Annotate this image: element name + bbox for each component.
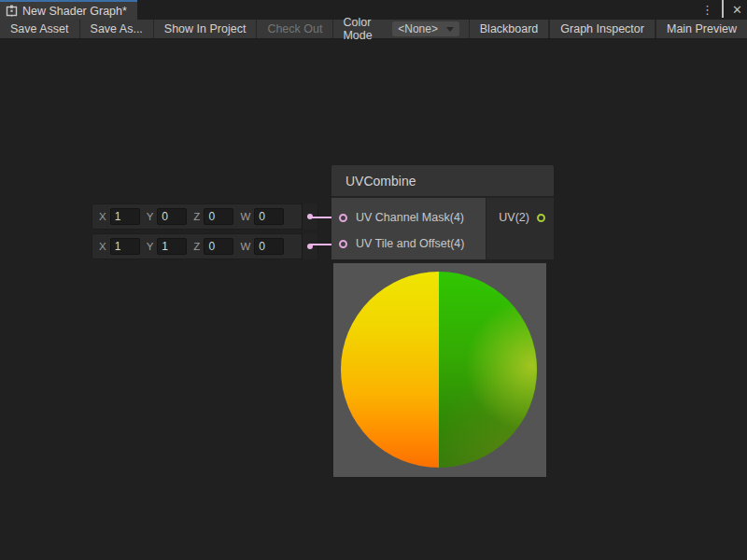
window-controls: ⋮ ✕ — [701, 0, 742, 20]
output-port-label: UV(2) — [499, 211, 529, 224]
save-as-button[interactable]: Save As... — [80, 20, 154, 38]
field-label-y: Y — [147, 211, 154, 222]
vector1-y-field[interactable] — [157, 208, 187, 225]
vector2-connector[interactable] — [302, 233, 317, 259]
close-icon[interactable]: ✕ — [732, 0, 742, 20]
sphere-left-half — [341, 272, 439, 468]
save-asset-button[interactable]: Save Asset — [0, 20, 80, 38]
color-mode-label: Color Mode — [333, 20, 392, 38]
input-port-uv-tile-offset[interactable]: UV Tile and Offset(4) — [331, 231, 486, 257]
show-in-project-button[interactable]: Show In Project — [154, 20, 258, 38]
tab-new-shader-graph[interactable]: New Shader Graph* — [0, 0, 137, 20]
uv-preview-sphere — [341, 272, 537, 468]
field-label-x: X — [99, 211, 106, 222]
output-port-uv[interactable]: UV(2) — [486, 204, 554, 231]
graph-canvas[interactable]: X Y Z W X Y Z W — [0, 39, 747, 560]
node-title-bar[interactable]: UVCombine — [331, 165, 554, 196]
field-label-z: Z — [193, 211, 200, 222]
vector1-z-field[interactable] — [204, 208, 233, 225]
field-label-x: X — [99, 241, 106, 252]
input-port-label: UV Channel Mask(4) — [356, 211, 464, 224]
more-menu-icon[interactable]: ⋮ — [701, 0, 713, 20]
node-preview-panel — [333, 263, 546, 477]
field-label-y: Y — [147, 241, 154, 252]
shader-graph-icon — [6, 5, 18, 17]
vector2-w-field[interactable] — [254, 238, 284, 255]
vector1-x-field[interactable] — [110, 208, 140, 225]
input-port-uv-channel-mask[interactable]: UV Channel Mask(4) — [331, 204, 486, 231]
vector4-input-row-1: X Y Z W — [92, 203, 318, 230]
vector1-w-field[interactable] — [254, 208, 284, 225]
vector2-y-field[interactable] — [157, 238, 187, 255]
color-mode-dropdown[interactable]: <None> — [392, 21, 459, 36]
input-port-label: UV Tile and Offset(4) — [356, 237, 465, 250]
field-label-z: Z — [193, 241, 200, 252]
field-label-w: W — [240, 241, 250, 252]
node-uvcombine[interactable]: UVCombine UV Channel Mask(4) UV Tile and… — [331, 165, 554, 259]
vector2-x-field[interactable] — [110, 238, 140, 255]
toolbar: Save Asset Save As... Show In Project Ch… — [0, 20, 747, 39]
main-preview-button[interactable]: Main Preview — [655, 20, 747, 38]
chevron-down-icon — [446, 27, 454, 32]
graph-inspector-button[interactable]: Graph Inspector — [549, 20, 655, 38]
maximize-icon[interactable] — [722, 0, 724, 20]
output-port-icon[interactable] — [537, 214, 545, 222]
blackboard-button[interactable]: Blackboard — [469, 20, 550, 38]
input-port-icon[interactable] — [339, 214, 347, 222]
node-body: UV Channel Mask(4) UV Tile and Offset(4)… — [331, 196, 554, 259]
node-input-ports: UV Channel Mask(4) UV Tile and Offset(4) — [331, 198, 486, 259]
input-port-icon[interactable] — [339, 240, 347, 248]
field-label-w: W — [240, 211, 250, 222]
node-output-ports: UV(2) — [486, 198, 554, 259]
check-out-button[interactable]: Check Out — [257, 20, 333, 38]
vector4-input-row-2: X Y Z W — [92, 233, 318, 259]
vector2-z-field[interactable] — [204, 238, 233, 255]
color-mode-value: <None> — [398, 22, 446, 35]
tab-title: New Shader Graph* — [22, 5, 127, 18]
sphere-right-half — [439, 272, 537, 468]
